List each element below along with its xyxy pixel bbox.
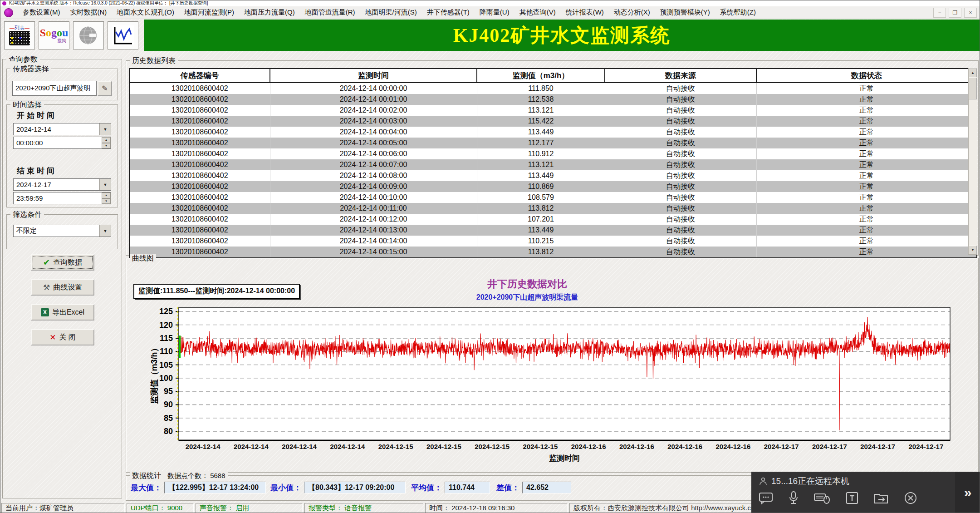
table-cell: 112.538 [477, 94, 605, 105]
table-scrollbar[interactable]: ▲ ▼ [968, 68, 977, 255]
count-label: 数据点个数： [167, 472, 208, 479]
table-row[interactable]: 130201086004022024-12-14 00:10:00108.579… [129, 192, 977, 203]
min-label: 最小值： [270, 483, 301, 493]
table-row[interactable]: 130201086004022024-12-14 00:08:00113.449… [129, 170, 977, 181]
chart-svg[interactable]: 12512011511010510095908580监测值（m3/h） [149, 304, 952, 445]
menu-item[interactable]: 地面水文长观孔(O) [112, 7, 179, 18]
table-row[interactable]: 130201086004022024-12-14 00:03:00115.422… [129, 116, 977, 127]
start-time-spin-buttons[interactable]: ▲ ▼ [102, 137, 111, 148]
filter-combo[interactable]: 不限定 ▼ [13, 225, 111, 237]
filter-dropdown-icon[interactable]: ▼ [99, 225, 111, 237]
window-buttons: − ❐ × [933, 8, 980, 18]
sogou-letter: u [62, 27, 68, 39]
table-column-header[interactable]: 数据状态 [756, 69, 977, 83]
remote-overlay-main: 15...16正在远程本机 [751, 472, 955, 513]
start-time-spinner[interactable]: 00:00:00 ▲ ▼ [13, 137, 111, 149]
table-cell: 2024-12-14 00:11:00 [270, 203, 477, 214]
list-view-button[interactable]: —列表— [4, 21, 35, 49]
table-column-header[interactable]: 数据来源 [605, 69, 756, 83]
table-cell: 113.812 [477, 203, 605, 214]
table-row[interactable]: 130201086004022024-12-14 00:14:00110.215… [129, 236, 977, 247]
table-cell: 2024-12-14 00:12:00 [270, 214, 477, 225]
table-row[interactable]: 130201086004022024-12-14 00:01:00112.538… [129, 94, 977, 105]
table-cell: 自动接收 [605, 236, 756, 247]
export-excel-button[interactable]: X 导出Excel [31, 304, 94, 321]
title-bar-text: KJ402矿井水文监测系统 版本：Release 16.0.3.0 (2021-… [9, 0, 208, 6]
close-button[interactable]: × [964, 8, 977, 18]
menu-item[interactable]: 地面压力流量(Q) [239, 7, 300, 18]
table-row[interactable]: 130201086004022024-12-14 00:02:00113.121… [129, 105, 977, 116]
table-row[interactable]: 130201086004022024-12-14 00:13:00113.449… [129, 225, 977, 236]
microphone-icon[interactable] [789, 491, 799, 505]
x-tick-label: 2024-12-17 [909, 443, 944, 450]
sensor-picker-button[interactable]: ✎ [98, 81, 112, 96]
menu-item[interactable]: 地面明渠/河流(S) [360, 7, 422, 18]
keyboard-mouse-icon[interactable] [814, 492, 830, 504]
menu-item[interactable]: 动态分析(X) [609, 7, 655, 18]
table-row[interactable]: 130201086004022024-12-14 00:15:00113.812… [129, 247, 977, 258]
title-bar: KJ402矿井水文监测系统 版本：Release 16.0.3.0 (2021-… [0, 0, 980, 6]
grid-icon [9, 31, 30, 45]
end-time-spinner[interactable]: 23:59:59 ▲ ▼ [13, 192, 111, 204]
start-date-combo[interactable]: 2024-12-14 ▼ [13, 123, 111, 135]
menu-item[interactable]: 地面管道流量(R) [300, 7, 360, 18]
menu-item[interactable]: 其他查询(V) [514, 7, 561, 18]
end-date-dropdown-icon[interactable]: ▼ [99, 179, 111, 190]
svg-text:125: 125 [159, 307, 173, 316]
menu-item[interactable]: 井下传感器(T) [422, 7, 475, 18]
text-input-icon[interactable] [846, 492, 858, 504]
table-column-header[interactable]: 监测时间 [270, 69, 477, 83]
table-row[interactable]: 130201086004022024-12-14 00:06:00110.912… [129, 148, 977, 159]
end-time-spin-buttons[interactable]: ▲ ▼ [102, 192, 111, 204]
stats-title: 数据统计 [132, 472, 161, 479]
query-params-groupbox: 查询参数 传感器选择 2020+2090下山超声波明 ✎ 时间选择 开始时间 2… [2, 59, 122, 498]
avg-label: 平均值： [411, 483, 442, 493]
scroll-up-button[interactable]: ▲ [969, 69, 977, 77]
scroll-down-button[interactable]: ▼ [969, 246, 977, 254]
sensor-input[interactable]: 2020+2090下山超声波明 [12, 81, 97, 96]
scrollbar-thumb[interactable] [969, 78, 977, 99]
start-date-dropdown-icon[interactable]: ▼ [99, 123, 111, 135]
menu-item[interactable]: 地面河流监测(P) [179, 7, 239, 18]
table-cell: 113.449 [477, 225, 605, 236]
count-value: 5688 [210, 472, 225, 479]
table-column-header[interactable]: 监测值（m3/h） [477, 69, 605, 83]
file-transfer-icon[interactable] [874, 492, 888, 504]
minimize-button[interactable]: − [933, 8, 946, 18]
status-segment: 时间： 2024-12-18 09:16:30 [425, 503, 568, 513]
table-row[interactable]: 130201086004022024-12-14 00:11:00113.812… [129, 203, 977, 214]
sogou-button[interactable]: Sogou 搜狗 [39, 21, 69, 49]
end-date-combo[interactable]: 2024-12-17 ▼ [13, 178, 111, 191]
chat-icon[interactable] [759, 492, 773, 504]
network-button[interactable] [73, 21, 104, 49]
expander-icon: » [964, 485, 972, 500]
curve-view-button[interactable] [108, 21, 138, 49]
table-cell: 自动接收 [605, 116, 756, 127]
table-cell: 13020108600402 [129, 203, 270, 214]
menu-item[interactable]: 统计报表(W) [561, 7, 609, 18]
menu-item[interactable]: 参数设置(M) [18, 7, 65, 18]
table-row[interactable]: 130201086004022024-12-14 00:05:00112.177… [129, 138, 977, 148]
table-column-header[interactable]: 传感器编号 [129, 69, 270, 83]
table-cell: 115.422 [477, 116, 605, 127]
table-row[interactable]: 130201086004022024-12-14 00:12:00107.201… [129, 214, 977, 225]
curve-settings-button[interactable]: ⚒ 曲线设置 [31, 279, 94, 296]
table-cell: 2024-12-14 00:02:00 [270, 105, 477, 116]
menu-item[interactable]: 预测预警模块(Y) [655, 7, 715, 18]
close-session-icon[interactable] [904, 491, 917, 505]
overlay-expander[interactable]: » [955, 472, 980, 513]
query-data-button[interactable]: ✔ 查询数据 [31, 254, 94, 271]
table-row[interactable]: 130201086004022024-12-14 00:09:00110.869… [129, 181, 977, 192]
table-row[interactable]: 130201086004022024-12-14 00:07:00113.121… [129, 159, 977, 170]
table-cell: 自动接收 [605, 247, 756, 258]
table-row[interactable]: 130201086004022024-12-14 00:00:00111.850… [129, 83, 977, 94]
restore-button[interactable]: ❐ [949, 8, 961, 18]
close-form-button[interactable]: ✕ 关 闭 [31, 329, 94, 345]
table-cell: 107.201 [477, 214, 605, 225]
menu-item[interactable]: 实时数据(N) [65, 7, 112, 18]
menu-item[interactable]: 降雨量(U) [475, 7, 514, 18]
menu-item[interactable]: 系统帮助(Z) [715, 7, 761, 18]
table-cell: 正常 [756, 203, 977, 214]
spin-down-icon: ▼ [102, 143, 111, 149]
table-row[interactable]: 130201086004022024-12-14 00:04:00113.449… [129, 127, 977, 138]
